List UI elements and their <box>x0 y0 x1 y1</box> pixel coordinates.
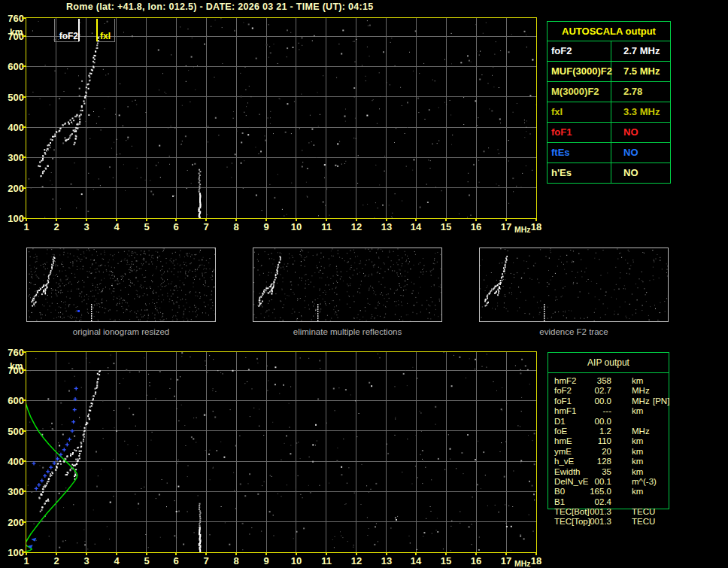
aip-row-unit: MHz <box>632 396 650 406</box>
x-axis-tick-label: 2 <box>48 555 65 566</box>
aip-row-unit: km <box>632 376 643 386</box>
aip-row-value: 02.4 <box>554 497 611 507</box>
aip-row-value: 001.3 <box>554 517 611 527</box>
autoscala-row-value: 3.3 MHz <box>611 102 670 122</box>
x-axis-tick <box>415 219 417 221</box>
x-axis-tick-label: 16 <box>468 555 484 566</box>
aip-row-unit: TECU <box>632 517 655 527</box>
x-axis-tick <box>56 553 57 555</box>
y-axis-tick-label: 100 <box>0 213 24 224</box>
x-axis-tick-label: 13 <box>378 555 395 566</box>
thumbnail-1-canvas <box>27 248 215 321</box>
aip-row-unit: km <box>632 457 643 466</box>
aip-row-unit: MHz <box>632 427 650 436</box>
aip-row-value: 001.3 <box>554 507 611 517</box>
fxI-marker-label-box: fxI <box>99 19 115 42</box>
x-axis-tick-label: 4 <box>108 221 125 232</box>
x-axis-tick <box>296 553 297 555</box>
x-axis-tick <box>146 553 147 555</box>
aip-row-D1: D100.0 <box>548 417 698 427</box>
x-axis-tick <box>116 219 117 221</box>
x-axis-tick-label: 18 <box>528 221 544 232</box>
x-axis-tick <box>86 553 87 555</box>
x-axis-tick-label: 8 <box>228 221 244 232</box>
x-axis-tick <box>326 553 327 555</box>
aip-row-unit: km <box>632 447 643 457</box>
aip-row-DelN_vE: DelN_vE00.1m^(-3) <box>548 477 698 487</box>
aip-row-B0: B0165.0km <box>548 487 698 497</box>
x-axis-tick <box>56 219 57 221</box>
aip-row-unit: km <box>632 467 643 477</box>
aip-output-rows: hmF2358kmfoF202.7MHzfoF100.0MHz[PN]hmF1-… <box>548 376 698 527</box>
x-axis-tick <box>146 219 147 221</box>
x-axis-tick <box>235 553 237 555</box>
x-axis-tick-label: 1 <box>18 221 35 232</box>
x-axis-tick-label: 6 <box>168 221 184 232</box>
y-axis-unit-label: km <box>10 361 23 372</box>
autoscala-row-label: fxI <box>548 102 611 122</box>
x-axis-tick-label: 5 <box>138 555 155 566</box>
fxI-marker-label: fxI <box>100 31 111 41</box>
aip-row-value: 358 <box>554 376 611 386</box>
x-axis-tick <box>205 553 207 555</box>
x-axis-tick <box>86 219 87 221</box>
x-axis-tick <box>535 553 537 555</box>
x-axis-tick <box>535 219 537 221</box>
thumbnail-eliminate-reflections <box>253 248 442 322</box>
x-axis-tick-label: 2 <box>48 221 65 232</box>
aip-row-TEC[Bot]: TEC[Bot]001.3TECU <box>548 507 698 517</box>
x-axis-tick-label: 17 <box>498 221 514 232</box>
x-axis-tick <box>26 553 27 555</box>
x-axis-unit-label: MHz <box>514 225 531 234</box>
autoscala-row-value: 2.78 <box>611 82 670 102</box>
x-axis-tick <box>505 553 507 555</box>
autoscala-table-title: AUTOSCALA output <box>548 22 670 41</box>
y-axis-tick-label: 700 <box>0 365 24 376</box>
x-axis-tick <box>175 553 177 555</box>
x-axis-tick <box>235 219 237 221</box>
autoscala-row-label: foF1 <box>548 123 611 142</box>
page-title: Rome (lat: +41.8, lon: 012.5) - DATE: 20… <box>66 2 374 12</box>
thumbnail-1-caption: original ionogram resized <box>26 327 216 336</box>
y-axis-tick-label: 500 <box>0 426 24 437</box>
foF2-marker-label: foF2 <box>59 31 78 41</box>
y-axis-tick-label: 300 <box>0 152 24 163</box>
x-axis-tick-label: 9 <box>258 555 275 566</box>
x-axis-tick <box>445 553 447 555</box>
x-axis-tick-label: 9 <box>258 221 275 232</box>
aip-row-B1: B102.4 <box>548 497 698 507</box>
x-axis-tick-label: 6 <box>168 555 184 566</box>
aip-row-ymE: ymE20km <box>548 447 698 457</box>
x-axis-tick-label: 12 <box>348 555 365 566</box>
autoscala-row-M(3000)F2: M(3000)F22.78 <box>548 82 670 102</box>
aip-row-unit: km <box>632 406 643 416</box>
x-axis-tick-label: 1 <box>18 555 35 566</box>
autoscala-row-h'Es: h'EsNO <box>548 163 670 183</box>
x-axis-tick <box>26 219 27 221</box>
autoscala-screen: Rome (lat: +41.8, lon: 012.5) - DATE: 20… <box>0 0 728 568</box>
x-axis-tick <box>296 219 297 221</box>
aip-row-Ewidth: Ewidth35km <box>548 467 698 477</box>
x-axis-tick <box>445 219 447 221</box>
autoscala-output-table: AUTOSCALA output foF22.7 MHzMUF(3000)F27… <box>547 21 671 184</box>
x-axis-tick-label: 7 <box>198 555 214 566</box>
aip-row-value: 20 <box>554 447 611 457</box>
x-axis-tick-label: 10 <box>288 221 305 232</box>
aip-row-unit: MHz <box>632 386 650 396</box>
y-axis-tick-label: 200 <box>0 183 24 194</box>
aip-row-extra: [PN] <box>653 396 669 406</box>
y-axis-tick-label: 300 <box>0 486 24 497</box>
foF2-marker-label-box: foF2 <box>54 19 79 42</box>
autoscala-row-value: NO <box>611 123 670 142</box>
x-axis-tick <box>475 219 477 221</box>
x-axis-tick <box>356 219 357 221</box>
aip-row-hmE: hmE110km <box>548 436 698 446</box>
aip-row-value: 165.0 <box>554 487 611 497</box>
aip-row-unit: TECU <box>632 507 655 517</box>
x-axis-tick <box>415 553 417 555</box>
autoscala-row-MUF(3000)F2: MUF(3000)F27.5 MHz <box>548 62 670 82</box>
aip-row-foE: foE1.2MHz <box>548 427 698 436</box>
autoscala-row-fxI: fxI3.3 MHz <box>548 102 670 123</box>
x-axis-tick-label: 4 <box>108 555 125 566</box>
x-axis-tick <box>205 219 207 221</box>
